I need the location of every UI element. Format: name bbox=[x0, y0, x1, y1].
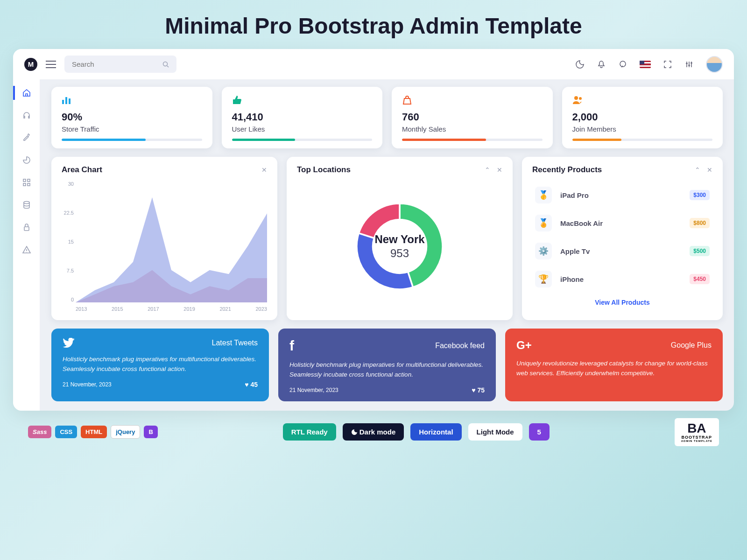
area-chart-panel: Area Chart ✕ 3022.5157.50 20132015201720… bbox=[51, 157, 277, 320]
stat-card-1[interactable]: 41,410 User Likes bbox=[222, 87, 383, 148]
menu-icon[interactable] bbox=[46, 61, 56, 68]
svg-point-6 bbox=[24, 202, 29, 204]
product-name: Apple Tv bbox=[560, 247, 681, 255]
product-icon: 🥇 bbox=[535, 187, 552, 203]
product-price: $500 bbox=[690, 246, 710, 256]
bootstrap-logo: B bbox=[144, 426, 157, 438]
bell-icon[interactable] bbox=[597, 60, 606, 69]
product-name: MacBook Air bbox=[560, 219, 681, 227]
donut-center-value: 953 bbox=[374, 247, 424, 260]
fullscreen-icon[interactable] bbox=[663, 60, 672, 69]
feature-pill-3[interactable]: Light Mode bbox=[468, 423, 522, 441]
footer-bar: Sass CSS HTML jQuery B RTL ReadyDark mod… bbox=[0, 411, 747, 451]
product-price: $450 bbox=[690, 274, 710, 284]
nav-home-icon[interactable] bbox=[21, 88, 32, 98]
close-icon[interactable]: ✕ bbox=[261, 166, 267, 174]
top-locations-panel: Top Locations ⌃✕ New York 953 bbox=[287, 157, 513, 320]
social-icon: G+ bbox=[516, 338, 532, 352]
svg-rect-5 bbox=[28, 183, 30, 186]
product-row[interactable]: 🥇 iPad Pro $300 bbox=[532, 181, 712, 209]
collapse-icon[interactable]: ⌃ bbox=[485, 166, 490, 174]
html-logo: HTML bbox=[81, 426, 107, 438]
stat-card-2[interactable]: 760 Monthly Sales bbox=[392, 87, 553, 148]
nav-database-icon[interactable] bbox=[21, 200, 32, 210]
social-date: 21 November, 2023 bbox=[63, 381, 112, 388]
flag-icon[interactable] bbox=[640, 61, 651, 68]
social-card-0[interactable]: Latest Tweets Holisticly benchmark plug … bbox=[51, 329, 269, 401]
close-icon[interactable]: ✕ bbox=[497, 166, 502, 174]
svg-rect-8 bbox=[62, 100, 64, 104]
area-chart-canvas: 3022.5157.50 201320152017201920212023 bbox=[62, 181, 267, 312]
jquery-logo: jQuery bbox=[111, 425, 140, 439]
product-row[interactable]: 🏆 iPhone $450 bbox=[532, 265, 712, 293]
nav-headphones-icon[interactable] bbox=[21, 110, 32, 120]
topbar: M bbox=[13, 49, 734, 79]
social-icon: f bbox=[289, 338, 294, 354]
page-title: Minimal Pro Bootstrap Admin Template bbox=[0, 0, 747, 49]
settings-icon[interactable] bbox=[684, 60, 694, 69]
feature-pill-2[interactable]: Horizontal bbox=[410, 423, 461, 441]
stat-label: Join Members bbox=[572, 125, 713, 133]
app-window: M bbox=[13, 49, 734, 411]
stat-value: 90% bbox=[62, 111, 202, 123]
search-icon[interactable] bbox=[162, 61, 169, 68]
close-icon[interactable]: ✕ bbox=[707, 166, 712, 174]
social-icon bbox=[63, 338, 75, 348]
stat-label: User Likes bbox=[232, 125, 373, 133]
svg-rect-7 bbox=[24, 227, 29, 231]
product-row[interactable]: 🏅 MacBook Air $800 bbox=[532, 209, 712, 237]
moon-icon[interactable] bbox=[575, 60, 585, 69]
donut-center-label: New York bbox=[374, 233, 424, 246]
donut-chart: New York 953 bbox=[346, 193, 453, 300]
chat-icon[interactable] bbox=[618, 60, 627, 69]
stat-value: 41,410 bbox=[232, 111, 373, 123]
collapse-icon[interactable]: ⌃ bbox=[695, 166, 700, 174]
nav-lock-icon[interactable] bbox=[21, 222, 32, 232]
sidebar bbox=[13, 79, 40, 411]
stat-card-0[interactable]: 90% Store Traffic bbox=[51, 87, 212, 148]
search-input[interactable] bbox=[72, 60, 162, 68]
stat-value: 760 bbox=[402, 111, 543, 123]
nav-piechart-icon[interactable] bbox=[21, 155, 32, 165]
products-title: Recently Products bbox=[532, 165, 602, 175]
svg-point-0 bbox=[163, 62, 168, 66]
social-card-2[interactable]: G+ Google Plus Uniquely revolutionize le… bbox=[505, 329, 723, 401]
avatar[interactable] bbox=[706, 56, 723, 73]
view-all-products-link[interactable]: View All Products bbox=[532, 293, 712, 308]
search-box[interactable] bbox=[64, 56, 176, 73]
nav-grid-icon[interactable] bbox=[21, 177, 32, 188]
svg-rect-4 bbox=[23, 183, 26, 186]
product-row[interactable]: ⚙️ Apple Tv $500 bbox=[532, 237, 712, 265]
stat-label: Monthly Sales bbox=[402, 125, 543, 133]
stat-value: 2,000 bbox=[572, 111, 713, 123]
social-card-1[interactable]: f Facebook feed Holisticly benchmark plu… bbox=[278, 329, 496, 401]
top-locations-title: Top Locations bbox=[297, 165, 351, 175]
bootstrap-admin-logo: BA BOOTSTRAP ADMIN TEMPLATE bbox=[675, 418, 719, 446]
social-body: Holisticly benchmark plug imperatives fo… bbox=[289, 360, 485, 380]
product-icon: ⚙️ bbox=[535, 243, 552, 259]
product-price: $300 bbox=[690, 190, 710, 200]
svg-point-12 bbox=[579, 97, 582, 100]
nav-warning-icon[interactable] bbox=[21, 245, 32, 255]
stat-icon bbox=[62, 95, 202, 106]
social-date: 21 November, 2023 bbox=[289, 387, 338, 393]
area-chart-title: Area Chart bbox=[62, 165, 102, 175]
social-likes: ♥ 75 bbox=[472, 386, 485, 394]
svg-rect-9 bbox=[65, 97, 67, 104]
svg-rect-10 bbox=[69, 98, 70, 104]
product-name: iPhone bbox=[560, 275, 681, 283]
stat-icon bbox=[572, 95, 713, 106]
feature-pill-1[interactable]: Dark mode bbox=[343, 423, 404, 441]
app-logo[interactable]: M bbox=[24, 58, 37, 71]
main-content: 90% Store Traffic 41,410 User Likes 760 … bbox=[40, 79, 734, 411]
stat-label: Store Traffic bbox=[62, 125, 202, 133]
product-icon: 🏆 bbox=[535, 271, 552, 287]
svg-rect-2 bbox=[23, 179, 26, 182]
css-logo: CSS bbox=[55, 426, 77, 438]
product-icon: 🏅 bbox=[535, 215, 552, 231]
social-likes: ♥ 45 bbox=[245, 381, 258, 388]
stat-card-3[interactable]: 2,000 Join Members bbox=[562, 87, 723, 148]
feature-pill-0[interactable]: RTL Ready bbox=[283, 423, 336, 441]
nav-edit-icon[interactable] bbox=[21, 133, 32, 143]
feature-pill-4[interactable]: 5 bbox=[529, 423, 550, 441]
